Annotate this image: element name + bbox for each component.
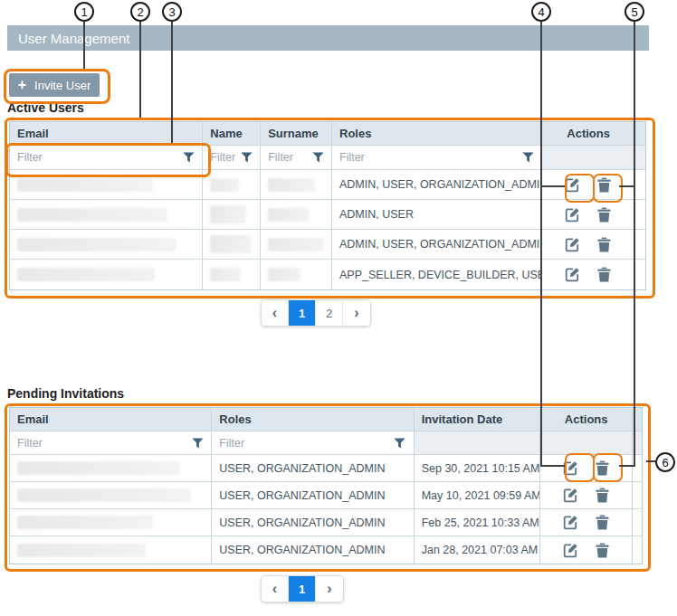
funnel-icon[interactable] <box>394 437 406 450</box>
page-title: User Management <box>18 31 129 46</box>
invitation-date-cell: May 10, 2021 09:59 AM <box>415 482 541 508</box>
redacted-name <box>210 178 239 192</box>
edit-icon[interactable] <box>561 460 579 478</box>
edit-icon[interactable] <box>564 266 582 284</box>
roles-filter-input[interactable] <box>219 437 393 450</box>
roles-cell: ADMIN, USER <box>332 200 542 229</box>
email-filter-cell <box>10 146 203 169</box>
email-filter-cell <box>10 431 212 454</box>
pagination-page-1[interactable]: 1 <box>289 576 316 602</box>
surname-cell <box>261 260 332 289</box>
callout-connector-trash-active <box>619 185 634 187</box>
chevron-right-icon: › <box>354 306 358 320</box>
filter-spacer <box>635 146 645 169</box>
trash-icon[interactable] <box>596 235 614 253</box>
redacted-email <box>17 544 146 557</box>
roles-filter-cell <box>212 431 414 454</box>
actions-cell <box>540 536 633 564</box>
surname-filter-input[interactable] <box>268 151 311 164</box>
roles-filter-cell <box>332 146 542 169</box>
column-header-email: Email <box>10 408 212 431</box>
pagination-next-button[interactable]: › <box>316 576 343 602</box>
active-users-table: Email Name Surname Roles Actions <box>9 121 646 290</box>
pagination-page-1[interactable]: 1 <box>289 300 316 326</box>
column-header-surname: Surname <box>261 122 332 145</box>
row-spacer <box>635 170 645 199</box>
roles-cell: ADMIN, USER, ORGANIZATION_ADMIN <box>332 230 542 259</box>
redacted-email <box>17 516 153 529</box>
funnel-icon[interactable] <box>182 151 195 164</box>
row-spacer <box>633 482 642 508</box>
pagination-prev-button[interactable]: ‹ <box>262 300 289 326</box>
redacted-email <box>17 461 180 475</box>
email-filter-input[interactable] <box>17 437 191 450</box>
row-spacer <box>635 260 645 289</box>
edit-icon[interactable] <box>561 514 579 532</box>
roles-filter-input[interactable] <box>339 151 521 164</box>
email-cell <box>10 509 212 535</box>
trash-icon[interactable] <box>593 487 611 505</box>
pagination-next-button[interactable]: › <box>343 300 370 326</box>
name-filter-cell <box>203 146 261 169</box>
chevron-right-icon: › <box>327 582 331 596</box>
edit-icon[interactable] <box>564 205 582 223</box>
roles-cell: USER, ORGANIZATION_ADMIN <box>212 455 414 481</box>
edit-icon[interactable] <box>564 175 582 194</box>
trash-icon[interactable] <box>596 175 614 194</box>
chevron-left-icon: ‹ <box>272 582 277 596</box>
invite-user-button[interactable]: + Invite User <box>9 73 100 97</box>
invite-user-label: Invite User <box>34 79 91 92</box>
actions-cell <box>542 170 635 199</box>
roles-cell: USER, ORGANIZATION_ADMIN <box>212 536 414 564</box>
redacted-name <box>210 205 246 223</box>
column-header-roles: Roles <box>332 122 542 145</box>
column-header-invitation-date: Invitation Date <box>415 408 541 431</box>
active-users-filter-row <box>10 146 645 170</box>
invitation-date-cell: Feb 25, 2021 10:33 AM <box>415 509 541 535</box>
surname-cell <box>261 200 332 229</box>
callout-line-3 <box>171 22 173 143</box>
funnel-icon[interactable] <box>521 151 534 164</box>
trash-icon[interactable] <box>596 205 614 223</box>
callout-connector-edit-pending <box>542 465 565 467</box>
redacted-surname <box>268 178 315 192</box>
trash-icon[interactable] <box>593 541 611 559</box>
roles-cell: ADMIN, USER, ORGANIZATION_ADMIN <box>332 170 542 199</box>
table-row: USER, ORGANIZATION_ADMIN Sep 30, 2021 10… <box>10 455 642 482</box>
column-header-actions: Actions <box>542 122 635 145</box>
callout-marker-6: 6 <box>655 452 675 472</box>
active-users-heading: Active Users <box>7 100 84 115</box>
trash-icon[interactable] <box>593 460 611 478</box>
column-header-name: Name <box>203 122 261 145</box>
funnel-icon[interactable] <box>240 151 253 164</box>
callout-marker-5: 5 <box>625 2 644 22</box>
name-cell <box>203 200 261 229</box>
funnel-icon[interactable] <box>191 437 204 450</box>
edit-icon[interactable] <box>564 235 582 253</box>
active-users-pagination: ‹ 1 2 › <box>261 299 371 327</box>
header-spacer <box>635 122 645 145</box>
callout-line-1 <box>83 22 85 69</box>
row-spacer <box>633 536 642 564</box>
actions-cell <box>540 482 633 508</box>
column-header-email: Email <box>10 122 203 145</box>
edit-icon[interactable] <box>561 541 579 559</box>
table-row: ADMIN, USER <box>10 200 645 230</box>
callout-line-6 <box>646 460 655 462</box>
edit-icon[interactable] <box>561 487 579 505</box>
pagination-prev-button[interactable]: ‹ <box>262 576 289 602</box>
callout-line-4 <box>540 22 542 467</box>
email-filter-input[interactable] <box>17 151 182 164</box>
name-filter-input[interactable] <box>210 151 240 164</box>
callout-connector-edit-active <box>542 185 565 187</box>
trash-icon[interactable] <box>593 514 611 532</box>
pagination-page-2[interactable]: 2 <box>316 300 343 326</box>
page-header-bar: User Management <box>7 25 649 51</box>
row-spacer <box>635 200 645 229</box>
email-cell <box>10 260 203 289</box>
funnel-icon[interactable] <box>311 151 324 164</box>
trash-icon[interactable] <box>596 266 614 284</box>
pending-invitations-heading: Pending Invitations <box>7 386 124 401</box>
actions-cell <box>540 455 633 481</box>
active-users-header-row: Email Name Surname Roles Actions <box>10 122 645 146</box>
